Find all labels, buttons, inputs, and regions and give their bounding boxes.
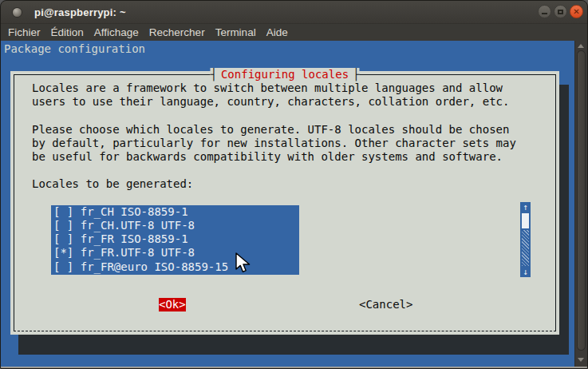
scrollbar-down-icon[interactable] (578, 358, 584, 362)
dialog-body: Locales are a framework to switch betwee… (14, 75, 555, 275)
list-scrollbar-thumb[interactable] (522, 213, 529, 228)
locale-label: fr_CH ISO-8859-1 (73, 205, 187, 218)
terminal-scrollbar[interactable] (574, 41, 587, 367)
locale-label: fr_FR ISO-8859-1 (73, 232, 187, 245)
list-scrollbar-track (522, 230, 529, 266)
locale-row[interactable]: [ ] fr_FR ISO-8859-1 (53, 232, 299, 246)
maximize-icon (558, 10, 563, 14)
blank-line (14, 109, 555, 122)
menu-item-edition[interactable]: Édition (51, 26, 84, 38)
dialog-title: ┤Configuring locales├ (210, 68, 359, 81)
window-controls: ✕ (538, 5, 583, 18)
menu-item-terminal[interactable]: Terminal (215, 26, 256, 38)
locale-row[interactable]: [*] fr_FR.UTF-8 UTF-8 (53, 246, 299, 260)
minimize-icon (542, 13, 547, 14)
cancel-button[interactable]: <Cancel> (359, 298, 412, 311)
locale-row[interactable]: [ ] fr_FR@euro ISO-8859-15 (53, 260, 299, 274)
terminal-area: Package configuration ┤Configuring local… (1, 41, 587, 367)
scroll-down-icon[interactable]: ↓ (520, 267, 531, 277)
minimize-button[interactable] (538, 5, 551, 18)
maximize-button[interactable] (554, 5, 567, 18)
app-icon (13, 8, 22, 17)
menu-item-affichage[interactable]: Affichage (94, 26, 139, 38)
menu-item-fichier[interactable]: Fichier (8, 26, 41, 38)
dialog-text-line: users to use their language, country, ch… (32, 95, 555, 109)
menubar: FichierÉditionAffichageRechercherTermina… (1, 24, 587, 41)
list-label: Locales to be generated: (32, 177, 555, 191)
locale-label: fr_FR@euro ISO-8859-15 (73, 260, 228, 273)
blank-line (14, 164, 555, 177)
locale-label: fr_FR.UTF-8 UTF-8 (73, 246, 195, 259)
checkbox-checked[interactable]: [*] (53, 246, 73, 259)
terminal-screen: Package configuration ┤Configuring local… (1, 41, 574, 367)
dialog-text-line: Locales are a framework to switch betwee… (32, 81, 555, 95)
close-icon: ✕ (573, 8, 579, 16)
locale-checklist[interactable]: [ ] fr_CH ISO-8859-1[ ] fr_CH.UTF-8 UTF-… (51, 205, 299, 275)
dialog-frame: ┤Configuring locales├ Locales are a fram… (14, 74, 556, 331)
list-scrollbar[interactable]: ↑ ↓ (520, 202, 531, 277)
locale-row[interactable]: [ ] fr_CH.UTF-8 UTF-8 (53, 219, 299, 232)
dialog-text-line: Please choose which locales to generate.… (32, 123, 555, 137)
window-title: pi@raspberrypi: ~ (34, 6, 126, 18)
menu-item-aide[interactable]: Aide (266, 26, 288, 38)
titlebar: pi@raspberrypi: ~ ✕ (1, 1, 587, 24)
locale-label: fr_CH.UTF-8 UTF-8 (73, 219, 195, 232)
locale-row[interactable]: [ ] fr_CH ISO-8859-1 (53, 205, 299, 219)
locales-dialog: ┤Configuring locales├ Locales are a fram… (10, 71, 559, 335)
terminal-scrollbar-thumb[interactable] (577, 50, 586, 351)
checkbox-unchecked[interactable]: [ ] (53, 219, 73, 232)
ok-button[interactable]: <Ok> (159, 298, 186, 311)
dialog-title-text: Configuring locales (217, 68, 353, 81)
screen-title: Package configuration (4, 42, 145, 56)
checkbox-unchecked[interactable]: [ ] (53, 232, 73, 245)
scrollbar-up-icon[interactable] (578, 44, 584, 48)
border-tee-right: ├ (353, 68, 359, 81)
checkbox-unchecked[interactable]: [ ] (53, 205, 73, 218)
checkbox-unchecked[interactable]: [ ] (53, 260, 73, 273)
dialog-text-line: by default, particularly for new install… (32, 137, 555, 150)
dialog-text-line: be useful for backwards compatibility wi… (32, 150, 555, 164)
blank-line (14, 192, 555, 205)
terminal-window: pi@raspberrypi: ~ ✕ FichierÉditionAffich… (0, 0, 588, 369)
scroll-up-icon[interactable]: ↑ (520, 202, 531, 212)
close-button[interactable]: ✕ (570, 5, 583, 18)
menu-item-rechercher[interactable]: Rechercher (149, 26, 205, 38)
